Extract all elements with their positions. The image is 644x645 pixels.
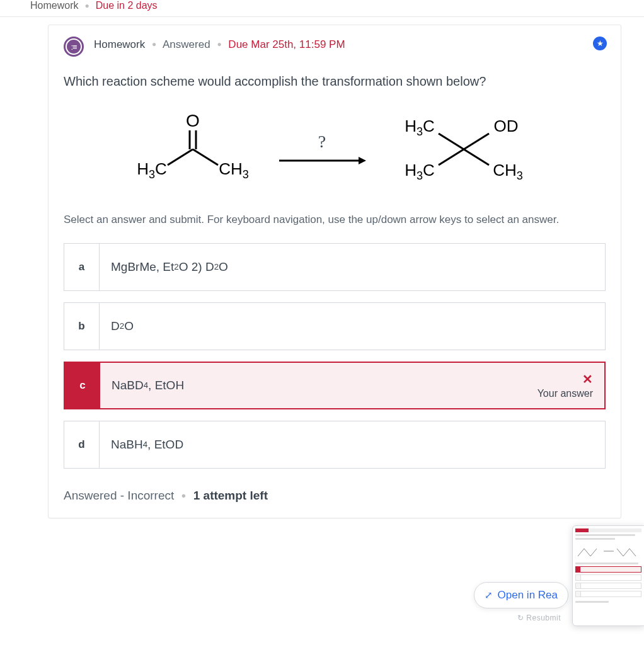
option-c[interactable]: c NaBD4, EtOH ✕ Your answer <box>64 362 606 409</box>
reaction-arrow: ? <box>278 132 366 167</box>
answer-options: a MgBrMe, Et2O 2) D2O b D2O c NaBD4, EtO… <box>64 243 606 469</box>
svg-marker-8 <box>359 157 366 164</box>
top-bar: Homework ● Due in 2 days <box>0 0 644 17</box>
bookmark-button[interactable]: ★ <box>593 37 607 50</box>
question-type-icon: :≡ <box>64 37 84 57</box>
card-status: Answered <box>163 38 210 50</box>
option-b[interactable]: b D2O <box>64 302 606 350</box>
option-letter: c <box>65 363 100 408</box>
your-answer-label: Your answer <box>538 388 593 399</box>
open-in-reader-button[interactable]: ⤢ Open in Rea <box>474 582 568 608</box>
svg-line-4 <box>193 149 218 165</box>
option-feedback: ✕ Your answer <box>526 363 604 408</box>
question-card: :≡ Homework ● Answered ● Due Mar 25th, 1… <box>48 25 621 518</box>
reaction-scheme: O H3C CH3 ? H3C OD <box>64 111 606 187</box>
svg-line-11 <box>439 149 464 165</box>
reactant-molecule: O H3C CH3 <box>133 111 253 187</box>
card-header-meta: Homework ● Answered ● Due Mar 25th, 11:5… <box>94 37 345 53</box>
card-footer: Answered - Incorrect ● 1 attempt left <box>64 489 606 503</box>
topbar-type: Homework <box>30 0 78 11</box>
svg-line-3 <box>168 149 193 165</box>
open-button-label: Open in Rea <box>498 589 558 602</box>
option-label: NaBD4, EtOH <box>100 363 526 408</box>
svg-text:H3C: H3C <box>137 159 167 181</box>
question-text: Which reaction scheme would accomplish t… <box>64 74 606 89</box>
option-label: MgBrMe, Et2O 2) D2O <box>100 244 605 290</box>
star-icon: ★ <box>597 39 604 48</box>
svg-line-9 <box>439 134 464 149</box>
svg-text:H3C: H3C <box>405 117 435 138</box>
option-d[interactable]: d NaBH4, EtOD <box>64 421 606 469</box>
product-molecule: H3C OD H3C CH3 <box>391 111 536 187</box>
svg-text:CH3: CH3 <box>219 159 249 181</box>
svg-text:O: O <box>186 111 200 130</box>
footer-attempts: 1 attempt left <box>193 489 268 502</box>
svg-line-10 <box>464 134 489 149</box>
question-preview-thumbnail[interactable] <box>572 525 644 626</box>
option-letter: b <box>64 303 100 350</box>
svg-text:OD: OD <box>494 117 519 135</box>
svg-line-12 <box>464 149 489 165</box>
card-type: Homework <box>94 38 145 50</box>
option-a[interactable]: a MgBrMe, Et2O 2) D2O <box>64 243 606 291</box>
card-due: Due Mar 25th, 11:59 PM <box>228 38 345 50</box>
svg-text:CH3: CH3 <box>493 161 523 182</box>
svg-text:H3C: H3C <box>405 161 435 182</box>
separator-dot: ● <box>217 40 221 49</box>
arrow-icon <box>278 154 366 167</box>
card-header: :≡ Homework ● Answered ● Due Mar 25th, 1… <box>64 37 606 57</box>
option-label: NaBH4, EtOD <box>100 421 605 468</box>
resubmit-hint: ↻ Resubmit <box>517 614 561 622</box>
instruction-text: Select an answer and submit. For keyboar… <box>64 212 606 228</box>
option-label: D2O <box>100 303 605 350</box>
option-letter: a <box>64 244 100 290</box>
option-letter: d <box>64 421 100 468</box>
arrow-label: ? <box>318 132 326 152</box>
footer-status: Answered - Incorrect <box>64 489 174 502</box>
separator-dot: ● <box>152 40 156 49</box>
separator-dot: ● <box>84 1 89 10</box>
separator-dot: ● <box>181 491 187 500</box>
incorrect-x-icon: ✕ <box>582 372 593 387</box>
expand-icon: ⤢ <box>485 590 493 601</box>
topbar-due: Due in 2 days <box>96 0 158 11</box>
